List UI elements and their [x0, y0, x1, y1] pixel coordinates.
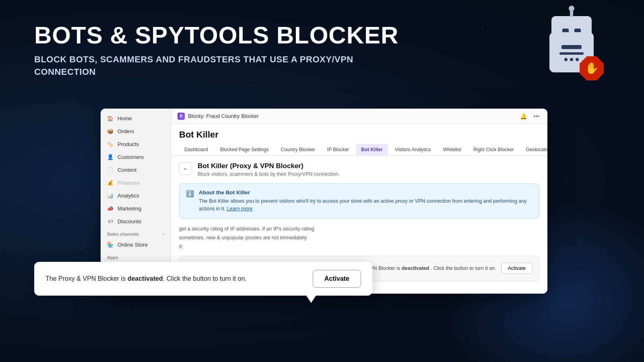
- sidebar-item-home[interactable]: 🏠 Home: [101, 112, 171, 125]
- robot-dot-2: [570, 58, 573, 61]
- marketing-icon: 📣: [107, 205, 114, 212]
- discounts-icon: 🏷: [107, 218, 114, 224]
- expand-icon[interactable]: ›: [163, 232, 164, 237]
- page-header: Bot Killer: [171, 124, 547, 140]
- notification-button[interactable]: 🔔: [518, 112, 528, 120]
- stop-hand-icon: ✋: [585, 63, 599, 74]
- activate-button-small[interactable]: Activate: [501, 263, 533, 274]
- robot-chest-dots: [564, 58, 579, 61]
- tab-right-click-blocker[interactable]: Right Click Blocker: [468, 144, 519, 155]
- info-box-content: About the Bot Killer The Bot Killer allo…: [199, 189, 533, 213]
- tooltip-text: The Proxy & VPN Blocker is deactivated. …: [45, 275, 247, 282]
- partial-text-2-content: sometimes, new & unpopular proxies are n…: [179, 235, 307, 241]
- back-arrow-icon: ←: [183, 166, 188, 172]
- titlebar: B Blocky: Fraud Country Blocker 🔔 •••: [171, 109, 547, 124]
- sidebar-item-online-store[interactable]: 🏪 Online Store: [101, 238, 171, 251]
- section-main-title: Bot Killer (Proxy & VPN Blocker): [198, 162, 340, 170]
- robot-antenna: [570, 9, 573, 17]
- stop-sign: ✋: [580, 56, 604, 80]
- status-msg-after: . Click the button to turn it on.: [431, 265, 496, 271]
- partial-text: get a security rating of IP addresses. I…: [179, 225, 539, 233]
- orders-icon: 📦: [107, 128, 114, 134]
- info-box: ℹ️ About the Bot Killer The Bot Killer a…: [179, 183, 539, 219]
- analytics-icon: 📊: [107, 192, 114, 199]
- sub-title: BLOCK BOTS, SCAMMERS AND FRAUDSTERS THAT…: [34, 53, 356, 78]
- section-header: ← Bot Killer (Proxy & VPN Blocker) Block…: [179, 162, 539, 177]
- titlebar-actions: 🔔 •••: [518, 112, 541, 120]
- sidebar-item-marketing-label: Marketing: [118, 206, 141, 212]
- robot-dot-3: [576, 58, 579, 61]
- sidebar-item-online-store-label: Online Store: [118, 242, 148, 248]
- robot-mouth: [561, 45, 582, 49]
- apps-label: Apps: [107, 255, 118, 260]
- info-box-title: About the Bot Killer: [199, 189, 533, 195]
- tab-country-blocker[interactable]: Country Blocker: [275, 144, 320, 155]
- tabs-container: Dashboard Blocked Page Settings Country …: [171, 140, 547, 156]
- sales-channels-section: Sales channels ›: [101, 228, 171, 238]
- main-title: BOTS & SPYTOOLS BLOCKER: [34, 22, 398, 49]
- tab-visitors-analytics[interactable]: Visitors Analytics: [390, 144, 436, 155]
- tab-bot-killer[interactable]: Bot Killer: [356, 144, 388, 155]
- header-section: BOTS & SPYTOOLS BLOCKER BLOCK BOTS, SCAM…: [34, 22, 398, 78]
- customers-icon: 👤: [107, 154, 114, 160]
- learn-more-link[interactable]: Learn more: [227, 206, 253, 212]
- section-title-block: Bot Killer (Proxy & VPN Blocker) Block v…: [198, 162, 340, 177]
- app-icon-letter: B: [180, 114, 182, 118]
- partial-text-3-content: P.: [179, 244, 183, 250]
- sidebar-item-finances-label: Finances: [118, 180, 140, 186]
- products-icon: 🏷️: [107, 141, 114, 147]
- sidebar-item-orders[interactable]: 📦 Orders: [101, 125, 171, 138]
- robot-mascot: ✋: [539, 16, 604, 84]
- online-store-icon: 🏪: [107, 241, 114, 248]
- sidebar-item-analytics-label: Analytics: [118, 193, 139, 199]
- content-icon: 📄: [107, 167, 114, 173]
- sidebar-item-orders-label: Orders: [118, 128, 134, 134]
- back-button[interactable]: ←: [179, 162, 192, 175]
- app-icon: B: [178, 113, 185, 120]
- home-icon: 🏠: [107, 115, 114, 121]
- tab-ip-blocker[interactable]: IP Blocker: [322, 144, 354, 155]
- tab-geolocation-redirector[interactable]: Geolocation Redirector: [521, 144, 547, 155]
- tab-dashboard[interactable]: Dashboard: [179, 144, 213, 155]
- partial-text-2: sometimes, new & unpopular proxies are n…: [179, 234, 539, 242]
- sidebar-item-discounts-label: Discounts: [118, 218, 141, 224]
- tooltip-after: . Click the button to turn it on.: [163, 275, 247, 282]
- sidebar-item-marketing[interactable]: 📣 Marketing: [101, 202, 171, 215]
- partial-text-1: get a security rating of IP addresses. I…: [179, 226, 314, 232]
- robot-dot-1: [564, 58, 568, 61]
- partial-text-3: P.: [179, 243, 539, 251]
- titlebar-app-name: Blocky: Fraud Country Blocker: [188, 113, 515, 119]
- apps-section: Apps: [101, 251, 171, 261]
- sidebar-item-finances[interactable]: 💰 Finances: [101, 176, 171, 189]
- sales-channels-label: Sales channels: [107, 232, 139, 237]
- section-subtitle: Block visitors, scammers & bots by their…: [198, 171, 340, 177]
- finances-icon: 💰: [107, 179, 114, 186]
- sidebar-item-products[interactable]: 🏷️ Products: [101, 138, 171, 150]
- tooltip-before: The Proxy & VPN Blocker is: [45, 275, 128, 282]
- sidebar-item-customers-label: Customers: [118, 154, 144, 160]
- tooltip-status-word: deactivated: [128, 275, 163, 282]
- sidebar-item-content-label: Content: [118, 167, 136, 173]
- tooltip-popup: The Proxy & VPN Blocker is deactivated. …: [34, 262, 372, 296]
- sidebar-item-discounts[interactable]: 🏷 Discounts: [101, 215, 171, 228]
- robot-chest-line: [559, 52, 584, 55]
- info-box-text: The Bot Killer allows you to prevent vis…: [199, 197, 533, 213]
- status-word: deactivated: [402, 265, 429, 271]
- info-icon: ℹ️: [186, 190, 194, 213]
- sidebar-item-customers[interactable]: 👤 Customers: [101, 150, 171, 163]
- sidebar-item-home-label: Home: [118, 115, 132, 121]
- tab-blocked-page-settings[interactable]: Blocked Page Settings: [215, 144, 274, 155]
- sidebar-item-content[interactable]: 📄 Content: [101, 163, 171, 176]
- sidebar-item-products-label: Products: [118, 141, 139, 147]
- page-title: Bot Killer: [179, 130, 539, 140]
- activate-button-large[interactable]: Activate: [313, 270, 361, 288]
- sidebar-item-analytics[interactable]: 📊 Analytics: [101, 189, 171, 202]
- tab-whitelist[interactable]: Whitelist: [438, 144, 466, 155]
- more-options-button[interactable]: •••: [532, 112, 541, 120]
